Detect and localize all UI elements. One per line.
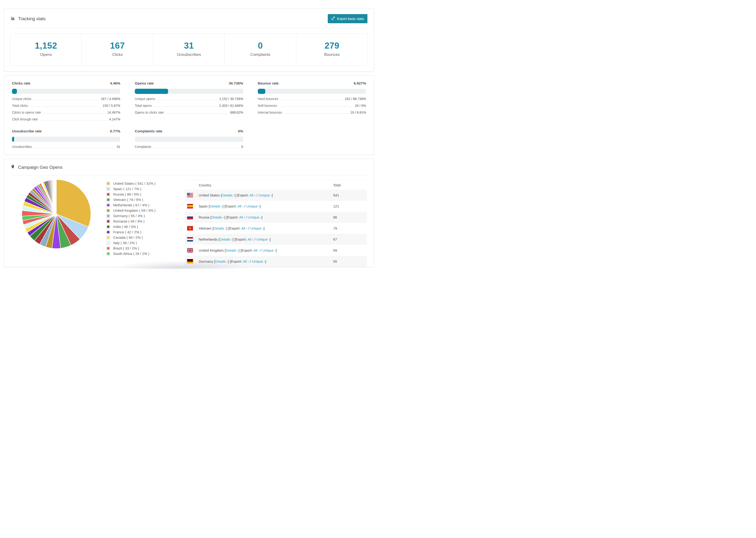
geo-row-spain: Spain [Details ›] [Export: All › / Uniqu… xyxy=(185,201,367,212)
progress-fill xyxy=(135,89,168,94)
rate-row-clicks-to-opens-rate: Clicks to opens rate14.497% xyxy=(12,111,120,114)
link-unique[interactable]: Unique › xyxy=(252,259,265,263)
legend-item-italy[interactable]: Italy ( 36 / 2% ) xyxy=(106,241,185,245)
country-name: Russia xyxy=(199,215,210,219)
link-all[interactable]: All › xyxy=(249,193,256,197)
rate-block-opens-rate: Opens rate30.736%Unique opens1,152 / 30.… xyxy=(135,81,243,121)
progress-bar xyxy=(135,89,243,94)
legend-item-netherlands[interactable]: Netherlands ( 67 / 4% ) xyxy=(106,203,185,207)
stat-value: 1,152 xyxy=(12,41,80,51)
legend-swatch xyxy=(106,182,110,186)
campaign-stats-page: Tracking stats Export basic stats 1,152O… xyxy=(0,0,378,269)
geo-table: Country Total United States [Details ›] … xyxy=(185,180,367,267)
geo-row-vietnam: Vietnam [Details ›] [Export: All › / Uni… xyxy=(185,223,367,234)
country-name: Spain xyxy=(199,204,209,208)
link-details[interactable]: Details › xyxy=(222,193,235,197)
legend-label: Canada ( 40 / 2% ) xyxy=(113,236,143,240)
rate-row-value: 0 xyxy=(242,145,243,149)
rate-row-complaints: Complaints0 xyxy=(135,145,243,149)
legend-label: Netherlands ( 67 / 4% ) xyxy=(113,203,149,207)
stat-card-complaints: 0Complaints xyxy=(225,34,296,66)
country-name: United States xyxy=(199,193,221,197)
geo-row-united-states: United States [Details ›] [Export: All ›… xyxy=(185,190,367,201)
page-title: Tracking stats xyxy=(18,16,46,21)
legend-swatch xyxy=(106,241,110,245)
legend-item-brazil[interactable]: Brazil ( 33 / 2% ) xyxy=(106,246,185,250)
rate-block-complaints-rate: Complaints rate0%Complaints0 xyxy=(135,129,243,149)
legend-label: Brazil ( 33 / 2% ) xyxy=(113,246,139,250)
country-total: 59 xyxy=(333,248,364,252)
dotted-leader xyxy=(43,113,105,114)
legend-swatch xyxy=(106,225,110,229)
geo-opens-pie-chart[interactable] xyxy=(21,179,92,249)
rate-row-soft-bounces: Soft bounces18 / 0% xyxy=(258,104,366,108)
legend-item-south-africa[interactable]: South Africa ( 29 / 2% ) xyxy=(106,252,185,256)
geo-title: Campaign Geo Opens xyxy=(18,165,63,170)
dotted-leader xyxy=(33,100,99,100)
link-details[interactable]: Details › xyxy=(213,226,226,230)
link-all[interactable]: All › xyxy=(243,259,249,263)
link-details[interactable]: Details › xyxy=(226,248,239,252)
legend-item-spain[interactable]: Spain ( 121 / 7% ) xyxy=(106,187,185,191)
link-details[interactable]: Details › xyxy=(215,259,228,263)
legend-item-france[interactable]: France ( 42 / 2% ) xyxy=(106,230,185,234)
stat-card-bounces: 279Bounces xyxy=(296,34,368,66)
link-details[interactable]: Details › xyxy=(220,237,233,241)
link-details[interactable]: Details › xyxy=(211,215,224,219)
link-unique[interactable]: Unique › xyxy=(258,193,272,197)
link-unique[interactable]: Unique › xyxy=(262,248,276,252)
country-total: 541 xyxy=(333,193,364,197)
rate-title: Complaints rate xyxy=(135,129,162,133)
legend-item-india[interactable]: India ( 46 / 3% ) xyxy=(106,225,185,229)
legend-item-united-kingdom[interactable]: United Kingdom ( 59 / 3% ) xyxy=(106,208,185,212)
rate-title: Opens rate xyxy=(135,81,154,85)
tracking-stats-header: Tracking stats xyxy=(11,16,46,22)
legend-item-canada[interactable]: Canada ( 40 / 2% ) xyxy=(106,236,185,240)
export-icon xyxy=(331,17,335,21)
rate-title: Unsubscribe rate xyxy=(12,129,42,133)
legend-item-romania[interactable]: Romania ( 49 / 3% ) xyxy=(106,219,185,223)
geo-table-body: United States [Details ›] [Export: All ›… xyxy=(185,190,367,267)
country-total: 121 xyxy=(333,204,364,208)
flag-gb-icon xyxy=(187,248,193,252)
link-all[interactable]: All › xyxy=(242,226,247,230)
progress-fill xyxy=(12,136,14,142)
link-unique[interactable]: Unique › xyxy=(246,204,260,208)
legend-item-vietnam[interactable]: Vietnam ( 79 / 5% ) xyxy=(106,198,185,202)
rate-row-label: Hard bounces xyxy=(258,97,278,101)
link-details[interactable]: Details › xyxy=(210,204,223,208)
rates-card: Clicks rate4.46%Unique clicks167 / 4.456… xyxy=(4,75,374,155)
link-unique[interactable]: Unique › xyxy=(248,215,261,219)
legend-swatch xyxy=(106,236,110,240)
rate-value: 4.46% xyxy=(110,81,120,85)
link-all[interactable]: All › xyxy=(237,204,243,208)
link-all[interactable]: All › xyxy=(247,237,253,241)
stat-label: Bounces xyxy=(298,52,366,57)
flag-de-icon xyxy=(187,259,193,264)
legend-label: Romania ( 49 / 3% ) xyxy=(113,219,144,223)
country-name: Vietnam xyxy=(199,226,212,230)
legend-label: Vietnam ( 79 / 5% ) xyxy=(113,198,143,202)
rate-row-value: 2,303 / 61.446% xyxy=(219,104,243,108)
rate-value: 30.736% xyxy=(229,81,243,85)
rates-grid: Clicks rate4.46%Unique clicks167 / 4.456… xyxy=(12,81,366,149)
stat-value: 279 xyxy=(298,41,366,51)
legend-item-united-states[interactable]: United States ( 541 / 31% ) xyxy=(106,182,185,186)
rate-block-clicks-rate: Clicks rate4.46%Unique clicks167 / 4.456… xyxy=(12,81,120,121)
export-basic-stats-button[interactable]: Export basic stats xyxy=(328,14,367,23)
rate-row-value: 1,152 / 30.736% xyxy=(219,97,243,101)
legend-item-germany[interactable]: Germany ( 55 / 3% ) xyxy=(106,214,185,218)
rate-row-value: 31 xyxy=(117,145,121,149)
rate-row-label: Soft bounces xyxy=(258,104,277,108)
legend-label: Germany ( 55 / 3% ) xyxy=(113,214,145,218)
link-all[interactable]: All › xyxy=(239,215,245,219)
rate-row-label: Complaints xyxy=(135,145,151,149)
link-unique[interactable]: Unique › xyxy=(250,226,264,230)
link-unique[interactable]: Unique › xyxy=(256,237,270,241)
legend-item-russia[interactable]: Russia ( 86 / 5% ) xyxy=(106,192,185,196)
link-all[interactable]: All › xyxy=(253,248,259,252)
rate-row-value: 14.497% xyxy=(107,111,120,114)
map-pin-icon xyxy=(11,165,15,170)
rate-row-label: Unsubscribes xyxy=(12,145,32,149)
dotted-leader xyxy=(166,113,228,114)
